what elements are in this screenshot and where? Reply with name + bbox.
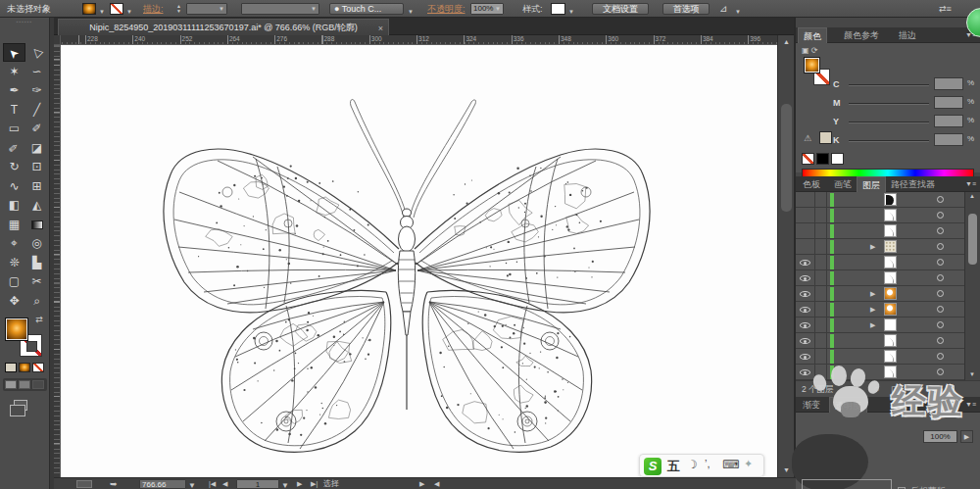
ime-punctuation-icon[interactable]: ’,: [705, 458, 710, 469]
layers-scrollbar[interactable]: ▲ ▼: [964, 192, 980, 380]
layer-row[interactable]: [796, 255, 964, 270]
layer-thumbnail[interactable]: [884, 303, 897, 316]
channel-slider[interactable]: [849, 103, 929, 105]
screen-mode-button[interactable]: [14, 400, 27, 411]
tab-brushes[interactable]: 画笔: [829, 176, 857, 192]
eyedropper-tool[interactable]: ⌖: [3, 234, 25, 253]
layer-row[interactable]: ▶: [796, 286, 964, 302]
export-arrow-icon[interactable]: ➥: [110, 479, 118, 489]
target-circle-icon[interactable]: [937, 196, 944, 203]
hscroll-right-icon[interactable]: ▶: [419, 479, 424, 489]
layer-thumbnail[interactable]: [884, 287, 897, 300]
brush-dropdown-icon[interactable]: ▼: [408, 6, 414, 18]
target-circle-icon[interactable]: [937, 227, 944, 234]
slice-tool[interactable]: ✂: [25, 272, 48, 291]
width-tool[interactable]: ∿: [3, 177, 25, 196]
channel-slider[interactable]: [849, 140, 929, 142]
last-color-swatch[interactable]: [819, 131, 832, 144]
visibility-cell[interactable]: [796, 208, 815, 223]
variable-width-profile[interactable]: ▼: [241, 3, 319, 15]
new-sublayer-icon[interactable]: ↳: [908, 384, 916, 394]
ruler-origin-corner[interactable]: [54, 35, 61, 45]
black-swatch[interactable]: [816, 153, 829, 165]
tab-pathfinder[interactable]: 路径查找器: [886, 176, 940, 192]
artboard-number-field[interactable]: 1: [236, 479, 279, 489]
layer-thumbnail[interactable]: [884, 350, 897, 363]
expand-triangle-icon[interactable]: ▶: [870, 243, 875, 251]
fill-color-well[interactable]: [5, 318, 28, 341]
mesh-tool[interactable]: ▦: [3, 216, 25, 234]
zoom-level-field[interactable]: 766.66: [139, 479, 186, 489]
pencil-tool[interactable]: ✏: [3, 139, 25, 158]
lock-cell[interactable]: [815, 208, 827, 223]
eye-icon[interactable]: [800, 260, 810, 266]
expand-triangle-icon[interactable]: ▶: [870, 290, 875, 298]
panel-fill-swatch[interactable]: [804, 57, 820, 73]
layers-panel-menu-icon[interactable]: ▼≡: [965, 180, 976, 187]
layer-thumbnail[interactable]: [884, 318, 897, 331]
shape-builder-tool[interactable]: ◧: [3, 196, 25, 215]
toolbox-grip[interactable]: ▪▪▪▪▪▪: [0, 18, 49, 25]
layer-thumbnail[interactable]: [884, 224, 897, 237]
draw-behind-mode-button[interactable]: [19, 380, 30, 389]
layer-row[interactable]: [796, 270, 964, 286]
tab-layers[interactable]: 图层: [857, 176, 886, 192]
gradient-tool[interactable]: [25, 216, 48, 234]
tab-gradient[interactable]: 渐变: [798, 397, 825, 413]
layer-row[interactable]: ▶: [796, 239, 964, 255]
tab-color[interactable]: 颜色: [798, 27, 827, 43]
style-dropdown-icon[interactable]: ▼: [568, 6, 574, 18]
visibility-cell[interactable]: [796, 239, 815, 255]
grid-toggle-icon[interactable]: [76, 480, 92, 488]
visibility-cell[interactable]: [796, 318, 815, 333]
collapse-panels-icon[interactable]: ⇄≡: [939, 3, 952, 15]
magic-wand-tool[interactable]: ✶: [3, 63, 25, 81]
vertical-ruler[interactable]: [54, 45, 61, 477]
eye-icon[interactable]: [800, 291, 810, 297]
prev-artboard-icon[interactable]: ◀: [222, 479, 227, 489]
visibility-cell[interactable]: [796, 255, 815, 270]
tab-stroke[interactable]: 描边: [894, 27, 921, 43]
next-artboard-icon[interactable]: ▶: [297, 479, 302, 489]
lock-cell[interactable]: [815, 223, 827, 239]
first-artboard-icon[interactable]: |◀: [209, 479, 216, 489]
visibility-cell[interactable]: [796, 302, 815, 318]
preferences-button[interactable]: 首选项: [662, 3, 710, 15]
curvature-tool[interactable]: ✑: [25, 81, 48, 100]
tab-swatches[interactable]: 色板: [798, 176, 825, 192]
artboard-tool[interactable]: ▢: [3, 272, 25, 291]
draw-inside-mode-button[interactable]: [32, 380, 44, 389]
target-circle-icon[interactable]: [937, 274, 944, 281]
symbol-sprayer-tool[interactable]: ❊: [3, 254, 25, 272]
lock-cell[interactable]: [815, 349, 827, 365]
eye-icon[interactable]: [800, 338, 810, 344]
free-transform-tool[interactable]: ⊡: [25, 158, 48, 176]
column-graph-tool[interactable]: ▙: [25, 254, 48, 272]
visibility-cell[interactable]: [796, 333, 815, 349]
white-swatch[interactable]: [831, 153, 844, 165]
type-tool[interactable]: T: [3, 101, 25, 120]
lock-cell[interactable]: [815, 286, 827, 302]
visibility-cell[interactable]: [796, 349, 815, 365]
target-circle-icon[interactable]: [937, 337, 944, 344]
color-mode-button[interactable]: [5, 363, 17, 372]
fill-dropdown-icon[interactable]: ▼: [99, 6, 105, 18]
layer-row[interactable]: [796, 208, 964, 223]
locate-object-icon[interactable]: ○: [874, 384, 879, 394]
rotate-tool[interactable]: ↻: [3, 158, 25, 176]
channel-value-field[interactable]: [934, 77, 963, 90]
transparency-panel-menu-icon[interactable]: ▼≡: [965, 401, 976, 408]
eye-icon[interactable]: [800, 354, 810, 360]
paintbrush-tool[interactable]: ✐: [25, 120, 48, 138]
document-tab[interactable]: Nipic_8254950_20190311111253670197.ai* @…: [58, 19, 389, 35]
horizontal-ruler[interactable]: 2282402522642762883003123243363483603723…: [61, 35, 777, 45]
eye-icon[interactable]: [800, 369, 810, 375]
isolate-selection-icon[interactable]: ⊿: [719, 3, 727, 15]
stroke-panel-link[interactable]: 描边:: [143, 3, 164, 15]
fill-color-swatch[interactable]: [82, 3, 96, 15]
document-setup-button[interactable]: 文档设置: [592, 3, 649, 15]
scroll-up-icon[interactable]: ▲: [780, 37, 793, 47]
layer-row[interactable]: [796, 365, 964, 380]
channel-value-field[interactable]: [934, 133, 963, 146]
direct-selection-tool[interactable]: ▷: [25, 43, 48, 62]
